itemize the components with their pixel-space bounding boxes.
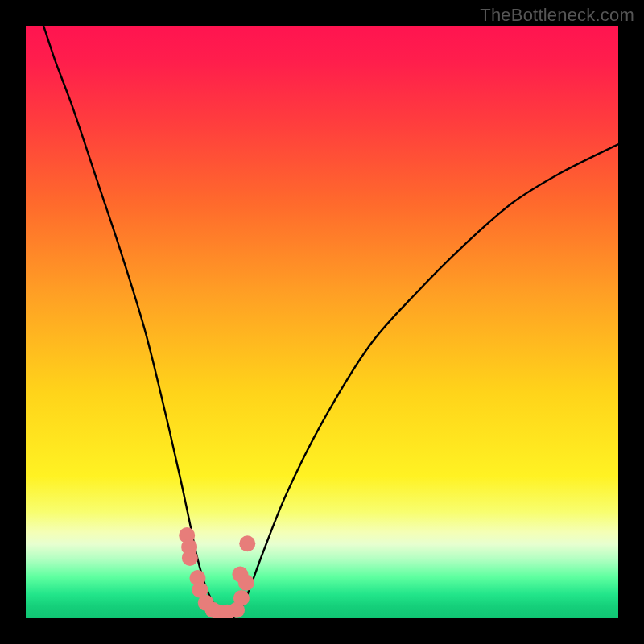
curve-layer bbox=[26, 26, 618, 618]
chart-frame: TheBottleneck.com bbox=[0, 0, 644, 644]
watermark-label: TheBottleneck.com bbox=[480, 5, 634, 26]
data-dot bbox=[239, 535, 255, 551]
data-dot bbox=[233, 590, 250, 606]
data-dot bbox=[238, 575, 254, 591]
bottleneck-curve bbox=[43, 26, 618, 618]
data-dot bbox=[182, 550, 198, 566]
bottom-dots-group bbox=[179, 527, 255, 618]
plot-area bbox=[26, 26, 618, 618]
